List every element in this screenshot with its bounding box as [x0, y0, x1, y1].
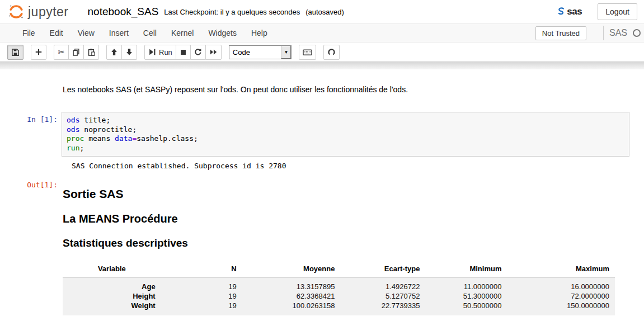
gist-circle-icon [327, 48, 336, 56]
column-header-n: N [161, 262, 242, 277]
run-cell-button[interactable]: Run [144, 45, 176, 60]
cell-value: 62.3368421 [242, 291, 341, 301]
cell-value: 1.4926722 [340, 277, 425, 292]
header-shadow [0, 62, 644, 69]
sas-heading-1: La MEANS Procédure [63, 213, 629, 225]
not-trusted-button[interactable]: Not Trusted [535, 26, 586, 40]
table-row: Height1962.33684215.127075251.300000072.… [63, 291, 615, 301]
menubar: FileEditViewInsertCellKernelWidgetsHelp … [0, 23, 644, 43]
interrupt-kernel-button[interactable] [176, 45, 191, 60]
menu-item-view[interactable]: View [70, 29, 102, 37]
column-header-moyenne: Moyenne [242, 262, 341, 277]
sas-logo-icon [556, 7, 566, 17]
cell-type-select[interactable]: Code ▼ [229, 45, 292, 59]
code-line: proc means data=sashelp.class; [67, 134, 624, 144]
code-cell: In [1]: ods title;ods noproctitle;proc m… [0, 112, 644, 157]
cell-value: 19 [161, 291, 242, 301]
code-editor[interactable]: ods title;ods noproctitle;proc means dat… [67, 116, 624, 153]
run-icon [148, 48, 156, 56]
restart-kernel-button[interactable] [190, 45, 206, 60]
menu-item-cell[interactable]: Cell [136, 29, 164, 37]
sas-heading-2: Statistiques descriptives [63, 237, 629, 249]
notebook-header: jupyter notebook_SAS Last Checkpoint: il… [0, 0, 644, 23]
input-prompt: In [1]: [0, 112, 62, 157]
stream-output: SAS Connection established. Subprocess i… [72, 162, 629, 170]
table-row: Weight19100.026315822.773933550.50000001… [63, 301, 615, 315]
sas-heading-0: Sortie SAS [63, 187, 629, 201]
kernel-name: SAS [609, 28, 627, 38]
move-up-icon [110, 48, 118, 56]
row-label: Age [63, 277, 161, 292]
chevron-down-icon: ▼ [284, 50, 288, 55]
table-header-row: VariableNMoyenneEcart-typeMinimumMaximum [63, 262, 615, 277]
output-prompt: Out[1]: [0, 179, 62, 315]
jupyter-logo-text: jupyter [28, 4, 69, 20]
column-header-maximum: Maximum [507, 262, 615, 277]
toolbar: ✂ [0, 43, 644, 62]
row-label: Height [63, 291, 161, 301]
code-input-area[interactable]: ods title;ods noproctitle;proc means dat… [62, 112, 629, 157]
code-line: run; [67, 144, 624, 153]
copy-icon [72, 48, 80, 56]
kernel-idle-icon [633, 29, 641, 37]
stop-icon [180, 49, 187, 56]
cell-type-value: Code [229, 46, 281, 59]
copy-cell-button[interactable] [68, 45, 84, 60]
save-button[interactable] [7, 45, 23, 60]
cell-value: 72.0000000 [507, 291, 615, 301]
output-area: Sortie SASLa MEANS ProcédureStatistiques… [62, 179, 629, 315]
sas-results-table: VariableNMoyenneEcart-typeMinimumMaximum… [63, 262, 615, 315]
menubar-right: Not Trusted SAS [535, 26, 644, 40]
cell-value: 22.7739335 [340, 301, 425, 315]
move-down-icon [125, 48, 133, 56]
column-header-ecart-type: Ecart-type [340, 262, 425, 277]
notebook-title[interactable]: notebook_SAS [88, 6, 159, 18]
cell-value: 19 [161, 277, 242, 292]
output-cell: Out[1]: Sortie SASLa MEANS ProcédureStat… [0, 179, 644, 315]
cell-value: 16.0000000 [507, 277, 615, 292]
move-cell-down-button[interactable] [121, 45, 137, 60]
logout-button[interactable]: Logout [598, 3, 637, 20]
notebook-container: Les notebooks SAS (et SASPy) reposent su… [0, 69, 644, 315]
row-label: Weight [63, 301, 161, 315]
menu-item-insert[interactable]: Insert [102, 29, 136, 37]
add-cell-icon [35, 48, 43, 56]
paste-cell-button[interactable] [83, 45, 99, 60]
column-header-minimum: Minimum [425, 262, 507, 277]
menu-divider [603, 26, 604, 40]
restart-run-all-icon [209, 48, 218, 56]
menu-item-widgets[interactable]: Widgets [201, 29, 244, 37]
sas-logo: sas [556, 6, 582, 17]
cell-value: 5.1270752 [340, 291, 425, 301]
command-palette-button[interactable] [299, 45, 316, 60]
menu-items: FileEditViewInsertCellKernelWidgetsHelp [15, 29, 275, 37]
autosave-status: (autosaved) [305, 8, 344, 16]
select-arrow-box: ▼ [281, 46, 291, 59]
insert-cell-button[interactable] [31, 45, 46, 60]
cell-value: 50.5000000 [425, 301, 507, 315]
cut-cell-button[interactable]: ✂ [54, 45, 69, 60]
cut-icon: ✂ [58, 48, 65, 56]
cell-value: 51.3000000 [425, 291, 507, 301]
menu-item-edit[interactable]: Edit [43, 29, 70, 37]
menu-item-kernel[interactable]: Kernel [164, 29, 201, 37]
cell-value: 150.0000000 [507, 301, 615, 315]
column-header-variable: Variable [63, 262, 161, 277]
menu-item-help[interactable]: Help [244, 29, 275, 37]
table-row: Age1913.31578951.492672211.000000016.000… [63, 277, 615, 292]
restart-run-all-button[interactable] [205, 45, 222, 60]
run-button-label: Run [159, 48, 172, 56]
save-icon [11, 48, 20, 56]
move-cell-up-button[interactable] [106, 45, 122, 60]
markdown-cell[interactable]: Les notebooks SAS (et SASPy) reposent su… [63, 85, 629, 94]
sas-output-headings: Sortie SASLa MEANS ProcédureStatistiques… [63, 187, 629, 249]
checkpoint-status: Last Checkpoint: il y a quelques seconde… [164, 8, 300, 16]
jupyter-logo[interactable]: jupyter [8, 3, 69, 20]
table-body: Age1913.31578951.492672211.000000016.000… [63, 277, 615, 316]
command-palette-keyboard-icon [303, 48, 312, 56]
code-line: ods title; [67, 116, 624, 125]
menu-item-file[interactable]: File [15, 29, 43, 37]
gist-button[interactable] [323, 45, 340, 60]
cell-value: 11.0000000 [425, 277, 507, 292]
sas-logo-text: sas [567, 6, 582, 17]
